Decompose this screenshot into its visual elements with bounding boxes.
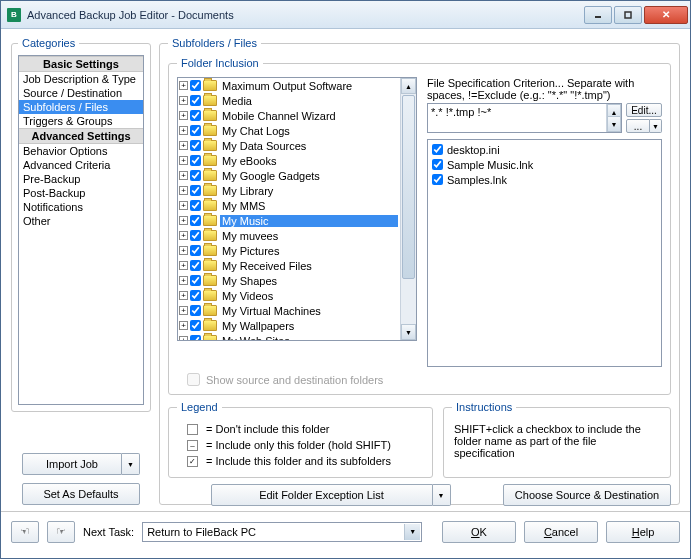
titlebar[interactable]: B Advanced Backup Job Editor - Documents…	[1, 1, 690, 29]
folder-checkbox[interactable]	[190, 275, 201, 286]
file-item[interactable]: Sample Music.lnk	[430, 157, 659, 172]
prev-task-button[interactable]: ☜	[11, 521, 39, 543]
folder-checkbox[interactable]	[190, 110, 201, 121]
cat-notifications[interactable]: Notifications	[19, 200, 143, 214]
tree-row[interactable]: +My Library	[178, 183, 400, 198]
tree-scrollbar[interactable]: ▲ ▼	[400, 78, 416, 340]
expand-icon[interactable]: +	[179, 291, 188, 300]
cat-pre-backup[interactable]: Pre-Backup	[19, 172, 143, 186]
expand-icon[interactable]: +	[179, 231, 188, 240]
tree-row[interactable]: +Media	[178, 93, 400, 108]
cat-subfolders-files[interactable]: Subfolders / Files	[19, 100, 143, 114]
maximize-button[interactable]	[614, 6, 642, 24]
file-item[interactable]: desktop.ini	[430, 142, 659, 157]
next-task-select[interactable]: Return to FileBack PC ▼	[142, 522, 422, 542]
expand-icon[interactable]: +	[179, 141, 188, 150]
expand-icon[interactable]: +	[179, 111, 188, 120]
folder-checkbox[interactable]	[190, 170, 201, 181]
cat-source-destination[interactable]: Source / Destination	[19, 86, 143, 100]
expand-icon[interactable]: +	[179, 186, 188, 195]
tree-row[interactable]: +My Music	[178, 213, 400, 228]
file-checkbox[interactable]	[432, 159, 443, 170]
folder-checkbox[interactable]	[190, 200, 201, 211]
cat-other[interactable]: Other	[19, 214, 143, 228]
more-criteria-button[interactable]: ...	[626, 119, 650, 133]
scroll-down-icon[interactable]: ▼	[401, 324, 416, 340]
tree-row[interactable]: +My muvees	[178, 228, 400, 243]
folder-icon	[203, 320, 217, 331]
choose-source-dest-button[interactable]: Choose Source & Destination	[503, 484, 671, 506]
file-spec-input[interactable]: *.* !*.tmp !~* ▲ ▼	[427, 103, 622, 133]
folder-checkbox[interactable]	[190, 95, 201, 106]
cat-advanced-criteria[interactable]: Advanced Criteria	[19, 158, 143, 172]
tree-row[interactable]: +My Virtual Machines	[178, 303, 400, 318]
folder-checkbox[interactable]	[190, 290, 201, 301]
expand-icon[interactable]: +	[179, 126, 188, 135]
file-list[interactable]: desktop.iniSample Music.lnkSamples.lnk	[427, 139, 662, 367]
folder-checkbox[interactable]	[190, 305, 201, 316]
expand-icon[interactable]: +	[179, 321, 188, 330]
expand-icon[interactable]: +	[179, 81, 188, 90]
cancel-button[interactable]: Cancel	[524, 521, 598, 543]
folder-checkbox[interactable]	[190, 185, 201, 196]
edit-folder-exception-dropdown[interactable]: ▼	[433, 484, 451, 506]
folder-checkbox[interactable]	[190, 230, 201, 241]
expand-icon[interactable]: +	[179, 156, 188, 165]
expand-icon[interactable]: +	[179, 246, 188, 255]
folder-checkbox[interactable]	[190, 80, 201, 91]
file-checkbox[interactable]	[432, 144, 443, 155]
folder-tree[interactable]: +Maximum Output Software+Media+Mobile Ch…	[177, 77, 417, 341]
cat-post-backup[interactable]: Post-Backup	[19, 186, 143, 200]
scroll-thumb[interactable]	[402, 95, 415, 279]
import-job-dropdown[interactable]: ▼	[122, 453, 140, 475]
expand-icon[interactable]: +	[179, 201, 188, 210]
tree-row[interactable]: +My MMS	[178, 198, 400, 213]
tree-row[interactable]: +My Videos	[178, 288, 400, 303]
spec-scroll-down-icon[interactable]: ▼	[607, 116, 621, 132]
expand-icon[interactable]: +	[179, 336, 188, 340]
set-defaults-button[interactable]: Set As Defaults	[22, 483, 140, 505]
scroll-up-icon[interactable]: ▲	[401, 78, 416, 94]
tree-row[interactable]: +My Shapes	[178, 273, 400, 288]
expand-icon[interactable]: +	[179, 216, 188, 225]
folder-checkbox[interactable]	[190, 125, 201, 136]
file-item[interactable]: Samples.lnk	[430, 172, 659, 187]
categories-list[interactable]: Basic Settings Job Description & Type So…	[18, 55, 144, 405]
cat-job-description[interactable]: Job Description & Type	[19, 72, 143, 86]
expand-icon[interactable]: +	[179, 261, 188, 270]
folder-checkbox[interactable]	[190, 245, 201, 256]
tree-row[interactable]: +My Received Files	[178, 258, 400, 273]
edit-folder-exception-button[interactable]: Edit Folder Exception List	[211, 484, 433, 506]
more-criteria-dropdown[interactable]: ▼	[650, 119, 662, 133]
chevron-down-icon[interactable]: ▼	[404, 524, 420, 540]
folder-checkbox[interactable]	[190, 155, 201, 166]
cat-triggers-groups[interactable]: Triggers & Groups	[19, 114, 143, 128]
folder-checkbox[interactable]	[190, 215, 201, 226]
tree-row[interactable]: +Maximum Output Software	[178, 78, 400, 93]
tree-row[interactable]: +My eBooks	[178, 153, 400, 168]
help-button[interactable]: Help	[606, 521, 680, 543]
tree-row[interactable]: +My Web Sites	[178, 333, 400, 340]
folder-checkbox[interactable]	[190, 140, 201, 151]
minimize-button[interactable]	[584, 6, 612, 24]
edit-criteria-button[interactable]: Edit...	[626, 103, 662, 117]
file-checkbox[interactable]	[432, 174, 443, 185]
expand-icon[interactable]: +	[179, 306, 188, 315]
tree-row[interactable]: +My Chat Logs	[178, 123, 400, 138]
expand-icon[interactable]: +	[179, 276, 188, 285]
ok-button[interactable]: OK	[442, 521, 516, 543]
import-job-button[interactable]: Import Job	[22, 453, 122, 475]
folder-checkbox[interactable]	[190, 320, 201, 331]
cat-behavior-options[interactable]: Behavior Options	[19, 144, 143, 158]
tree-row[interactable]: +My Wallpapers	[178, 318, 400, 333]
close-button[interactable]: ✕	[644, 6, 688, 24]
tree-row[interactable]: +My Google Gadgets	[178, 168, 400, 183]
folder-checkbox[interactable]	[190, 260, 201, 271]
tree-row[interactable]: +My Pictures	[178, 243, 400, 258]
tree-row[interactable]: +Mobile Channel Wizard	[178, 108, 400, 123]
expand-icon[interactable]: +	[179, 96, 188, 105]
next-task-button[interactable]: ☞	[47, 521, 75, 543]
expand-icon[interactable]: +	[179, 171, 188, 180]
tree-row[interactable]: +My Data Sources	[178, 138, 400, 153]
folder-checkbox[interactable]	[190, 335, 201, 340]
